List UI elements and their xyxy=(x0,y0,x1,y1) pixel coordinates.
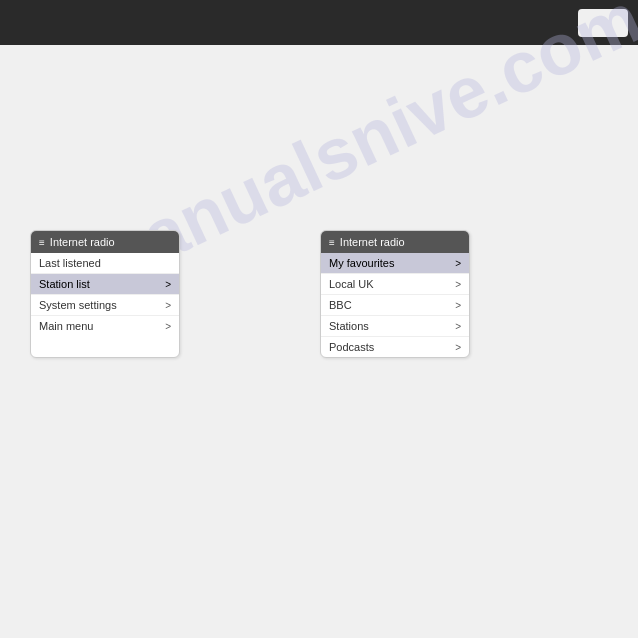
right-menu-item-stations-label: Stations xyxy=(329,320,369,332)
left-menu-header-icon: ≡ xyxy=(39,237,45,248)
left-menu-item-system-settings[interactable]: System settings > xyxy=(31,295,179,316)
right-menu-item-my-favourites-arrow: > xyxy=(455,258,461,269)
right-menu-item-local-uk[interactable]: Local UK > xyxy=(321,274,469,295)
right-menu-item-my-favourites[interactable]: My favourites > xyxy=(321,253,469,274)
right-menu-header-icon: ≡ xyxy=(329,237,335,248)
left-menu-item-last-listened-label: Last listened xyxy=(39,257,101,269)
left-menu-header: ≡ Internet radio xyxy=(31,231,179,253)
right-menu-header: ≡ Internet radio xyxy=(321,231,469,253)
left-menu-item-main-menu[interactable]: Main menu > xyxy=(31,316,179,336)
left-menu-panel: ≡ Internet radio Last listened Station l… xyxy=(30,230,180,358)
left-menu-item-station-list-label: Station list xyxy=(39,278,90,290)
right-menu-item-podcasts-label: Podcasts xyxy=(329,341,374,353)
right-menu-item-podcasts[interactable]: Podcasts > xyxy=(321,337,469,357)
right-menu-item-bbc-arrow: > xyxy=(455,300,461,311)
right-menu-header-title: Internet radio xyxy=(340,236,405,248)
right-menu-item-my-favourites-label: My favourites xyxy=(329,257,394,269)
left-menu-item-station-list[interactable]: Station list > xyxy=(31,274,179,295)
left-menu-item-main-menu-label: Main menu xyxy=(39,320,93,332)
right-menu-item-stations-arrow: > xyxy=(455,321,461,332)
left-menu-item-last-listened[interactable]: Last listened xyxy=(31,253,179,274)
menus-container: ≡ Internet radio Last listened Station l… xyxy=(30,230,470,358)
top-bar-button[interactable] xyxy=(578,9,628,37)
right-menu-item-local-uk-arrow: > xyxy=(455,279,461,290)
right-menu-item-podcasts-arrow: > xyxy=(455,342,461,353)
right-menu-item-bbc[interactable]: BBC > xyxy=(321,295,469,316)
right-menu-item-local-uk-label: Local UK xyxy=(329,278,374,290)
left-menu-header-title: Internet radio xyxy=(50,236,115,248)
left-menu-item-system-settings-arrow: > xyxy=(165,300,171,311)
left-menu-item-system-settings-label: System settings xyxy=(39,299,117,311)
top-bar xyxy=(0,0,638,45)
right-menu-panel: ≡ Internet radio My favourites > Local U… xyxy=(320,230,470,358)
left-menu-item-main-menu-arrow: > xyxy=(165,321,171,332)
right-menu-item-stations[interactable]: Stations > xyxy=(321,316,469,337)
left-menu-item-station-list-arrow: > xyxy=(165,279,171,290)
right-menu-item-bbc-label: BBC xyxy=(329,299,352,311)
